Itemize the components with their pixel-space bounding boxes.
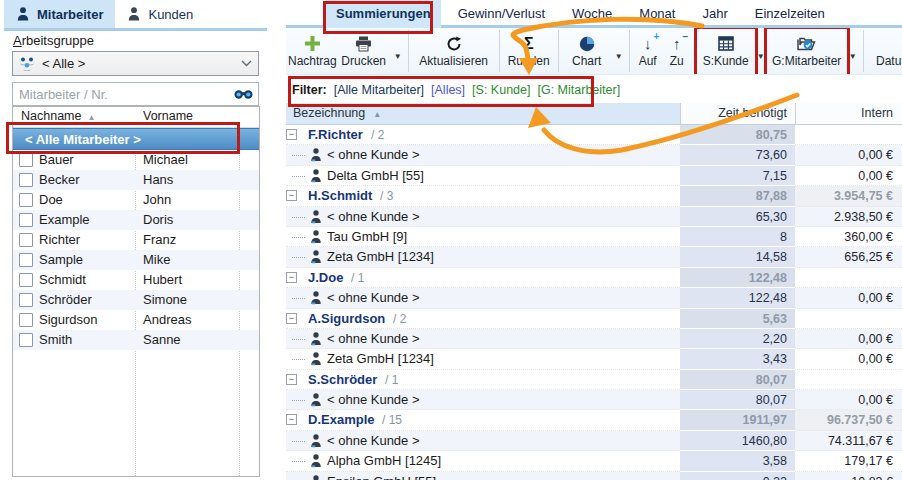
employee-row[interactable]: BeckerHans xyxy=(13,170,259,190)
summary-child-row[interactable]: < ohne Kunde >80,070,00 € xyxy=(286,390,902,410)
column-header-zeit[interactable]: Zeit benötigt xyxy=(680,103,795,124)
row-checkbox[interactable] xyxy=(19,233,33,247)
employee-table: Nachname▲ Vorname < Alle Mitarbeiter > B… xyxy=(12,106,260,477)
customer-name: < ohne Kunde > xyxy=(327,207,420,227)
collapse-toggle-icon[interactable]: − xyxy=(286,129,297,140)
employee-row[interactable]: SchmidtHubert xyxy=(13,270,259,290)
collapse-toggle-icon[interactable]: − xyxy=(286,190,297,201)
collapse-toggle-icon[interactable]: − xyxy=(286,414,297,425)
tab-summierungen[interactable]: Summierungen xyxy=(326,0,441,28)
s-kunde-dropdown-caret[interactable]: ▼ xyxy=(754,28,768,74)
tab-underline xyxy=(4,28,267,31)
zu-button[interactable]: ↑− Zu xyxy=(663,28,691,74)
person-icon xyxy=(310,475,322,480)
auf-button[interactable]: ↓+ Auf xyxy=(633,28,663,74)
row-checkbox[interactable] xyxy=(19,293,33,307)
employee-row[interactable]: SampleMike xyxy=(13,250,259,270)
group-count: / 1 xyxy=(385,370,398,390)
tab-kunden[interactable]: Kunden xyxy=(115,0,205,28)
aktualisieren-button[interactable]: Aktualisieren xyxy=(412,28,496,74)
tab-woche[interactable]: Woche xyxy=(562,0,622,28)
employee-row[interactable]: SigurdsonAndreas xyxy=(13,310,259,330)
chart-button[interactable]: Chart xyxy=(562,28,612,74)
tab-jahr[interactable]: Jahr xyxy=(692,0,737,28)
bezeichnung-cell: Epsilon GmbH [55] xyxy=(286,472,680,480)
summary-child-row[interactable]: < ohne Kunde >1460,8074.311,67 € xyxy=(286,431,902,451)
all-employees-row[interactable]: < Alle Mitarbeiter > xyxy=(13,128,259,150)
filter-segment[interactable]: [G: Mitarbeiter] xyxy=(537,83,620,97)
row-checkbox[interactable] xyxy=(19,193,33,207)
binoculars-icon[interactable] xyxy=(234,89,253,100)
summary-child-row[interactable]: Epsilon GmbH [55]0,2210,83 € xyxy=(286,472,902,480)
summary-child-row[interactable]: Alpha GmbH [1245]3,58179,17 € xyxy=(286,451,902,471)
bezeichnung-cell: Zeta GmbH [1234] xyxy=(286,349,680,369)
person-icon xyxy=(310,454,322,471)
collapse-toggle-icon[interactable]: − xyxy=(286,272,297,283)
tree-connector xyxy=(292,176,305,177)
row-checkbox[interactable] xyxy=(19,333,33,347)
customer-name: < ohne Kunde > xyxy=(327,288,420,308)
row-checkbox[interactable] xyxy=(19,153,33,167)
column-header-bezeichnung[interactable]: Bezeichnung▲ xyxy=(286,103,680,124)
tab-einzelzeiten[interactable]: Einzelzeiten xyxy=(745,0,835,28)
g-mitarbeiter-dropdown-caret[interactable]: ▼ xyxy=(846,28,860,74)
employee-row[interactable]: DoeJohn xyxy=(13,190,259,210)
chevron-down-icon[interactable] xyxy=(241,58,252,69)
row-checkbox[interactable] xyxy=(19,173,33,187)
drucken-dropdown-caret[interactable]: ▼ xyxy=(391,28,405,74)
intern-cell xyxy=(795,309,902,329)
filter-segment[interactable]: [Alles] xyxy=(431,83,465,97)
group-name: D.Example xyxy=(308,410,374,430)
search-input[interactable] xyxy=(13,87,234,102)
summary-group-row[interactable]: −S.Schröder/ 180,07 xyxy=(286,370,902,390)
drucken-button[interactable]: Drucken xyxy=(337,28,391,74)
customer-name: Alpha GmbH [1245] xyxy=(327,451,441,471)
row-checkbox[interactable] xyxy=(19,313,33,327)
summary-group-row[interactable]: −A.Sigurdson/ 25,63 xyxy=(286,309,902,329)
collapse-toggle-icon[interactable]: − xyxy=(286,374,297,385)
datum-button[interactable]: Datu xyxy=(867,28,902,74)
employee-row[interactable]: BauerMichael xyxy=(13,150,259,170)
zeit-cell: 8 xyxy=(680,227,795,247)
filter-segment[interactable]: [Alle Mitarbeiter] xyxy=(334,83,424,97)
summary-group-row[interactable]: −D.Example/ 151911,9796.737,50 € xyxy=(286,410,902,430)
g-mitarbeiter-button[interactable]: G:Mitarbeiter xyxy=(768,28,846,74)
employee-row[interactable]: RichterFranz xyxy=(13,230,259,250)
row-checkbox[interactable] xyxy=(19,253,33,267)
runden-button[interactable]: Σ Runden xyxy=(503,28,555,74)
summary-group-row[interactable]: −F.Richter/ 280,75 xyxy=(286,125,902,145)
employee-row[interactable]: SmithSanne xyxy=(13,330,259,350)
employee-row[interactable]: SchröderSimone xyxy=(13,290,259,310)
summary-child-row[interactable]: < ohne Kunde >2,200,00 € xyxy=(286,329,902,349)
tab-label: Mitarbeiter xyxy=(37,7,103,22)
person-icon xyxy=(310,250,322,267)
nachtrag-button[interactable]: Nachtrag xyxy=(288,28,337,74)
column-header-nachname[interactable]: Nachname▲ xyxy=(21,109,95,123)
column-header-vorname[interactable]: Vorname xyxy=(143,109,193,123)
summary-child-row[interactable]: Zeta GmbH [1234]14,58656,25 € xyxy=(286,247,902,267)
column-header-intern[interactable]: Intern xyxy=(795,103,902,124)
summary-rows: −F.Richter/ 280,75< ohne Kunde >73,600,0… xyxy=(286,125,902,480)
s-kunde-button[interactable]: S:Kunde xyxy=(698,28,754,74)
summary-child-row[interactable]: Tau GmbH [9]8360,00 € xyxy=(286,227,902,247)
collapse-toggle-icon[interactable]: − xyxy=(286,313,297,324)
summary-child-row[interactable]: Delta GmbH [55]7,150,00 € xyxy=(286,166,902,186)
tab-monat[interactable]: Monat xyxy=(629,0,685,28)
summary-child-row[interactable]: < ohne Kunde >65,302.938,50 € xyxy=(286,207,902,227)
summary-group-row[interactable]: −H.Schmidt/ 387,883.954,75 € xyxy=(286,186,902,206)
employee-row[interactable]: ExampleDoris xyxy=(13,210,259,230)
filter-segment[interactable]: [S: Kunde] xyxy=(472,83,530,97)
row-checkbox[interactable] xyxy=(19,213,33,227)
zeit-cell: 5,63 xyxy=(680,309,795,329)
tree-connector xyxy=(292,359,305,360)
chart-dropdown-caret[interactable]: ▼ xyxy=(612,28,626,74)
summary-child-row[interactable]: < ohne Kunde >73,600,00 € xyxy=(286,145,902,165)
row-checkbox[interactable] xyxy=(19,273,33,287)
summary-child-row[interactable]: Zeta GmbH [1234]3,430,00 € xyxy=(286,349,902,369)
customer-name: Zeta GmbH [1234] xyxy=(327,247,434,267)
summary-group-row[interactable]: −J.Doe/ 1122,48 xyxy=(286,268,902,288)
summary-child-row[interactable]: < ohne Kunde >122,480,00 € xyxy=(286,288,902,308)
tab-gewinn-verlust[interactable]: Gewinn/Verlust xyxy=(448,0,555,28)
workgroup-select[interactable]: < Alle > xyxy=(12,51,259,76)
tab-mitarbeiter[interactable]: Mitarbeiter xyxy=(4,0,115,28)
